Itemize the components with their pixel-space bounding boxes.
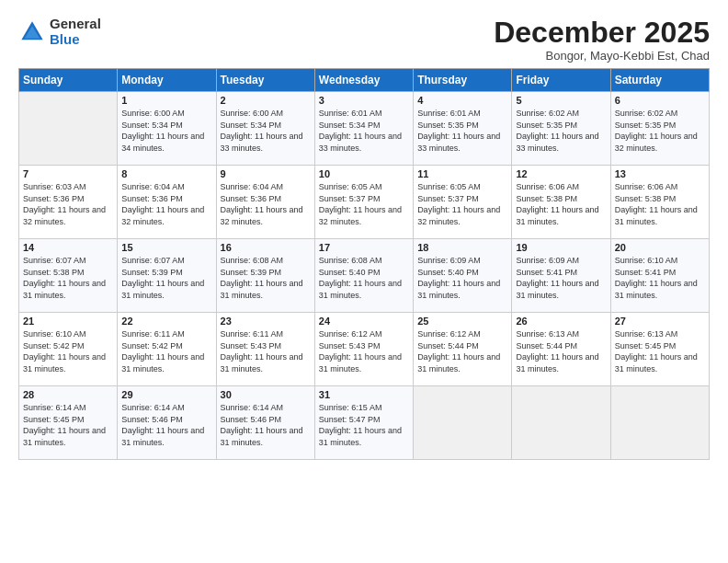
cell-sunrise: Sunrise: 6:02 AM <box>615 109 678 118</box>
calendar-week-row: 21 Sunrise: 6:10 AM Sunset: 5:42 PM Dayl… <box>19 313 710 386</box>
table-row <box>512 386 610 460</box>
cell-daylight: Daylight: 11 hours and 32 minutes. <box>23 205 106 226</box>
day-number: 1 <box>121 95 211 106</box>
day-number: 8 <box>121 168 211 179</box>
cell-sunrise: Sunrise: 6:05 AM <box>319 182 382 191</box>
cell-sunrise: Sunrise: 6:09 AM <box>417 256 481 265</box>
table-row <box>19 92 118 166</box>
calendar-week-row: 14 Sunrise: 6:07 AM Sunset: 5:38 PM Dayl… <box>19 239 710 313</box>
cell-sunrise: Sunrise: 6:14 AM <box>121 403 185 412</box>
calendar-table: Sunday Monday Tuesday Wednesday Thursday… <box>18 68 710 460</box>
logo-blue-text: Blue <box>50 32 101 48</box>
cell-sunrise: Sunrise: 6:01 AM <box>319 109 382 118</box>
cell-daylight: Daylight: 11 hours and 33 minutes. <box>516 132 598 153</box>
cell-daylight: Daylight: 11 hours and 31 minutes. <box>221 352 303 373</box>
cell-sunset: Sunset: 5:39 PM <box>121 268 183 277</box>
day-number: 25 <box>417 316 507 327</box>
header-friday: Friday <box>512 69 610 92</box>
page-header: General Blue December 2025 Bongor, Mayo-… <box>18 17 710 63</box>
table-row: 1 Sunrise: 6:00 AM Sunset: 5:34 PM Dayli… <box>118 92 216 166</box>
day-number: 12 <box>516 168 606 179</box>
cell-sunrise: Sunrise: 6:09 AM <box>516 256 579 265</box>
table-row: 26 Sunrise: 6:13 AM Sunset: 5:44 PM Dayl… <box>512 313 610 386</box>
day-number: 31 <box>319 389 409 400</box>
day-number: 23 <box>221 316 311 327</box>
cell-sunset: Sunset: 5:42 PM <box>23 341 85 350</box>
cell-sunset: Sunset: 5:46 PM <box>121 415 183 424</box>
cell-sunset: Sunset: 5:45 PM <box>23 415 85 424</box>
table-row: 6 Sunrise: 6:02 AM Sunset: 5:35 PM Dayli… <box>610 92 709 166</box>
day-number: 10 <box>319 168 409 179</box>
cell-sunset: Sunset: 5:45 PM <box>615 341 677 350</box>
day-number: 4 <box>417 95 507 106</box>
day-number: 21 <box>23 316 113 327</box>
header-tuesday: Tuesday <box>216 69 314 92</box>
table-row: 14 Sunrise: 6:07 AM Sunset: 5:38 PM Dayl… <box>19 239 118 313</box>
cell-sunset: Sunset: 5:34 PM <box>221 121 282 130</box>
day-number: 7 <box>23 168 113 179</box>
cell-sunrise: Sunrise: 6:11 AM <box>121 329 185 339</box>
cell-daylight: Daylight: 11 hours and 31 minutes. <box>615 279 698 300</box>
cell-sunset: Sunset: 5:38 PM <box>23 268 85 277</box>
cell-daylight: Daylight: 11 hours and 33 minutes. <box>417 132 500 153</box>
cell-sunrise: Sunrise: 6:06 AM <box>615 182 678 191</box>
cell-sunset: Sunset: 5:44 PM <box>417 341 479 350</box>
table-row: 20 Sunrise: 6:10 AM Sunset: 5:41 PM Dayl… <box>610 239 709 313</box>
day-number: 15 <box>121 242 211 253</box>
table-row: 17 Sunrise: 6:08 AM Sunset: 5:40 PM Dayl… <box>314 239 413 313</box>
table-row: 24 Sunrise: 6:12 AM Sunset: 5:43 PM Dayl… <box>314 313 413 386</box>
cell-daylight: Daylight: 11 hours and 32 minutes. <box>221 205 303 226</box>
cell-daylight: Daylight: 11 hours and 31 minutes. <box>417 279 500 300</box>
cell-sunset: Sunset: 5:39 PM <box>221 268 282 277</box>
header-wednesday: Wednesday <box>314 69 413 92</box>
cell-sunrise: Sunrise: 6:10 AM <box>23 329 86 339</box>
table-row: 4 Sunrise: 6:01 AM Sunset: 5:35 PM Dayli… <box>414 92 512 166</box>
logo-icon <box>18 18 46 46</box>
cell-daylight: Daylight: 11 hours and 31 minutes. <box>23 352 106 373</box>
cell-daylight: Daylight: 11 hours and 32 minutes. <box>615 132 698 153</box>
cell-sunrise: Sunrise: 6:04 AM <box>221 182 284 191</box>
day-number: 24 <box>319 316 409 327</box>
cell-sunset: Sunset: 5:44 PM <box>516 341 577 350</box>
cell-sunset: Sunset: 5:36 PM <box>23 194 85 203</box>
table-row: 7 Sunrise: 6:03 AM Sunset: 5:36 PM Dayli… <box>19 166 118 239</box>
cell-sunrise: Sunrise: 6:07 AM <box>121 256 185 265</box>
cell-daylight: Daylight: 11 hours and 31 minutes. <box>23 279 106 300</box>
day-number: 27 <box>615 316 705 327</box>
cell-sunset: Sunset: 5:36 PM <box>221 194 282 203</box>
cell-sunrise: Sunrise: 6:03 AM <box>23 182 86 191</box>
table-row <box>414 386 512 460</box>
cell-sunrise: Sunrise: 6:00 AM <box>121 109 185 118</box>
table-row: 31 Sunrise: 6:15 AM Sunset: 5:47 PM Dayl… <box>314 386 413 460</box>
day-number: 18 <box>417 242 507 253</box>
cell-sunrise: Sunrise: 6:14 AM <box>221 403 284 412</box>
cell-sunset: Sunset: 5:41 PM <box>615 268 677 277</box>
table-row: 19 Sunrise: 6:09 AM Sunset: 5:41 PM Dayl… <box>512 239 610 313</box>
day-number: 11 <box>417 168 507 179</box>
cell-sunset: Sunset: 5:35 PM <box>417 121 479 130</box>
calendar-week-row: 28 Sunrise: 6:14 AM Sunset: 5:45 PM Dayl… <box>19 386 710 460</box>
cell-sunset: Sunset: 5:37 PM <box>417 194 479 203</box>
location-subtitle: Bongor, Mayo-Kebbi Est, Chad <box>494 49 710 63</box>
table-row: 9 Sunrise: 6:04 AM Sunset: 5:36 PM Dayli… <box>216 166 314 239</box>
logo: General Blue <box>18 17 101 47</box>
day-number: 13 <box>615 168 705 179</box>
calendar-week-row: 7 Sunrise: 6:03 AM Sunset: 5:36 PM Dayli… <box>19 166 710 239</box>
cell-daylight: Daylight: 11 hours and 31 minutes. <box>516 352 598 373</box>
table-row: 18 Sunrise: 6:09 AM Sunset: 5:40 PM Dayl… <box>414 239 512 313</box>
day-number: 19 <box>516 242 606 253</box>
table-row: 16 Sunrise: 6:08 AM Sunset: 5:39 PM Dayl… <box>216 239 314 313</box>
day-number: 17 <box>319 242 409 253</box>
table-row <box>610 386 709 460</box>
cell-sunrise: Sunrise: 6:08 AM <box>221 256 284 265</box>
month-title: December 2025 <box>494 17 710 49</box>
table-row: 2 Sunrise: 6:00 AM Sunset: 5:34 PM Dayli… <box>216 92 314 166</box>
cell-sunset: Sunset: 5:34 PM <box>121 121 183 130</box>
cell-sunset: Sunset: 5:38 PM <box>516 194 577 203</box>
cell-sunset: Sunset: 5:40 PM <box>319 268 381 277</box>
title-block: December 2025 Bongor, Mayo-Kebbi Est, Ch… <box>494 17 710 63</box>
cell-sunrise: Sunrise: 6:04 AM <box>121 182 185 191</box>
table-row: 25 Sunrise: 6:12 AM Sunset: 5:44 PM Dayl… <box>414 313 512 386</box>
table-row: 15 Sunrise: 6:07 AM Sunset: 5:39 PM Dayl… <box>118 239 216 313</box>
cell-daylight: Daylight: 11 hours and 32 minutes. <box>121 205 204 226</box>
